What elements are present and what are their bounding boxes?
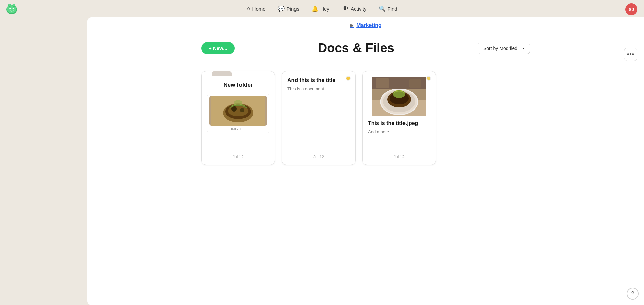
svg-point-14 (234, 100, 242, 105)
document-date: Jul 12 (287, 150, 350, 159)
nav-hey[interactable]: 🔔 Hey! (311, 5, 331, 12)
image-thumbnail (368, 77, 430, 116)
image-date: Jul 12 (368, 150, 430, 159)
svg-point-2 (9, 8, 11, 9)
new-button[interactable]: + New... (201, 42, 235, 54)
image-card[interactable]: This is the title.jpeg And a note Jul 12 (362, 71, 436, 165)
hey-icon: 🔔 (311, 5, 318, 12)
nav-find-label: Find (388, 6, 397, 12)
project-title[interactable]: ⊞ Marketing (350, 22, 382, 28)
cards-grid: New folder (201, 71, 530, 165)
pings-icon: 💬 (278, 5, 285, 12)
app-logo[interactable] (5, 3, 18, 15)
folder-tab-decoration (202, 71, 275, 77)
document-title: And this is the title (287, 77, 350, 84)
svg-point-1 (7, 5, 17, 13)
nav-pings[interactable]: 💬 Pings (278, 5, 300, 12)
more-options-button[interactable]: ••• (624, 48, 637, 61)
folder-img-label: IMG_0... (209, 127, 267, 131)
image-badge (426, 76, 431, 81)
nav-activity[interactable]: 👁 Activity (343, 5, 367, 12)
folder-inner-image (209, 96, 267, 126)
home-icon: ⌂ (247, 5, 250, 12)
svg-point-13 (240, 108, 244, 112)
svg-rect-24 (376, 78, 389, 88)
document-card[interactable]: And this is the title This is a document… (282, 71, 356, 165)
svg-point-3 (13, 8, 14, 9)
sub-nav: ⊞ Marketing (201, 17, 530, 33)
folder-date: Jul 12 (207, 150, 269, 159)
document-badge (346, 76, 351, 81)
folder-thumbnail-wrap: IMG_0... (207, 94, 269, 133)
nav-hey-label: Hey! (320, 6, 331, 12)
activity-icon: 👁 (343, 5, 348, 12)
sort-select[interactable]: Sort by Modified Sort by Title Sort by D… (478, 43, 530, 54)
svg-rect-25 (409, 79, 421, 88)
svg-point-7 (13, 4, 15, 6)
nav-home[interactable]: ⌂ Home (247, 5, 265, 12)
folder-card[interactable]: New folder (201, 71, 275, 165)
top-nav: ⌂ Home 💬 Pings 🔔 Hey! 👁 Activity 🔍 Find (0, 0, 644, 17)
nav-pings-label: Pings (287, 6, 300, 12)
nav-home-label: Home (252, 6, 266, 12)
find-icon: 🔍 (379, 5, 386, 12)
document-subtitle: This is a document (287, 86, 350, 92)
page-title: Docs & Files (235, 41, 478, 55)
image-title: This is the title.jpeg (368, 120, 430, 127)
svg-point-6 (9, 4, 11, 6)
grid-icon: ⊞ (350, 23, 354, 28)
nav-activity-label: Activity (351, 6, 367, 12)
main-area: ••• ⊞ Marketing + New... Docs & Files So… (87, 17, 644, 305)
avatar[interactable]: SJ (625, 3, 637, 15)
image-note: And a note (368, 129, 430, 135)
toolbar: + New... Docs & Files Sort by Modified S… (201, 33, 530, 61)
folder-title: New folder (207, 81, 269, 89)
help-button[interactable]: ? (627, 288, 639, 300)
nav-find[interactable]: 🔍 Find (379, 5, 397, 12)
